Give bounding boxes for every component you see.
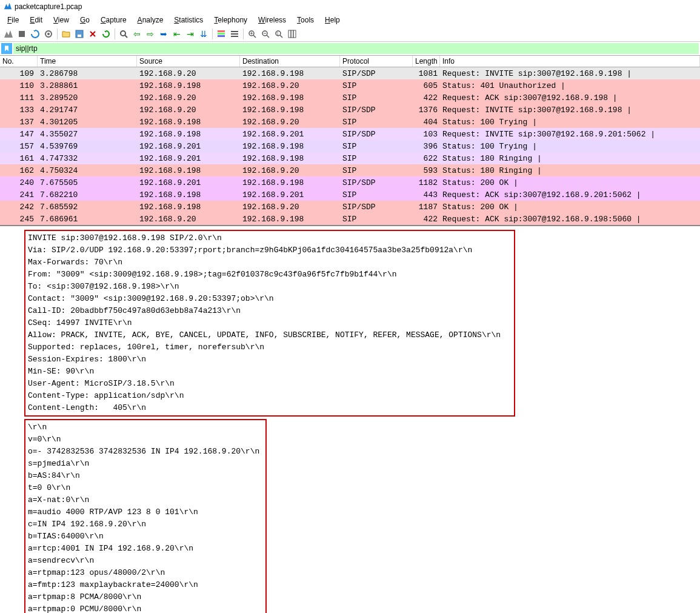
sip-header-line[interactable]: CSeq: 14997 INVITE\r\n <box>28 317 512 329</box>
display-filter-input[interactable] <box>13 43 699 54</box>
sdp-line[interactable]: c=IN IP4 192.168.9.20\r\n <box>28 518 263 531</box>
go-first-icon[interactable]: ⇤ <box>171 28 183 40</box>
menu-wireless[interactable]: Wireless <box>253 15 291 25</box>
sip-header-line[interactable]: Min-SE: 90\r\n <box>28 366 512 378</box>
sdp-line[interactable]: a=X-nat:0\r\n <box>28 494 263 506</box>
menu-telephony[interactable]: Telephony <box>209 15 252 25</box>
sip-header-line[interactable]: Max-Forwards: 70\r\n <box>28 256 512 269</box>
zoom-in-icon[interactable] <box>246 28 258 40</box>
cell-dst: 192.168.9.198 <box>240 178 340 187</box>
zoom-reset-icon[interactable]: 1 <box>273 28 285 40</box>
packet-row[interactable]: 1103.288861192.168.9.198192.168.9.20SIP6… <box>0 79 700 92</box>
menu-file[interactable]: File <box>2 15 24 25</box>
menu-go[interactable]: Go <box>75 15 95 25</box>
colorize-icon[interactable] <box>215 28 227 40</box>
menu-tools[interactable]: Tools <box>292 15 319 25</box>
cell-no: 157 <box>0 142 38 151</box>
col-header-destination[interactable]: Destination <box>240 56 340 67</box>
cell-len: 1187 <box>413 203 440 212</box>
sip-header-line[interactable]: Session-Expires: 1800\r\n <box>28 353 512 366</box>
col-header-time[interactable]: Time <box>38 56 137 67</box>
sip-header-line[interactable]: User-Agent: MicroSIP/3.18.5\r\n <box>28 378 512 390</box>
col-header-source[interactable]: Source <box>137 56 240 67</box>
sdp-line[interactable]: t=0 0\r\n <box>28 482 263 494</box>
sip-header-line[interactable]: To: <sip:3007@192.168.9.198>\r\n <box>28 281 512 293</box>
sip-header-line[interactable]: Allow: PRACK, INVITE, ACK, BYE, CANCEL, … <box>28 329 512 341</box>
menu-analyze[interactable]: Analyze <box>133 15 168 25</box>
stop-capture-icon[interactable] <box>16 28 28 40</box>
sip-header-line[interactable]: Content-Length: 405\r\n <box>28 402 512 414</box>
find-packet-icon[interactable] <box>118 28 130 40</box>
packet-details-pane[interactable]: INVITE sip:3007@192.168.9.198 SIP/2.0\r\… <box>0 225 700 613</box>
sdp-line[interactable]: a=rtpmap:0 PCMU/8000\r\n <box>28 603 263 613</box>
packet-row[interactable]: 1614.747332192.168.9.201192.168.9.198SIP… <box>0 152 700 164</box>
cell-proto: SIP <box>340 93 413 102</box>
cell-dst: 192.168.9.20 <box>240 118 340 127</box>
auto-scroll-icon[interactable]: ⇊ <box>198 28 210 40</box>
sdp-line[interactable]: v=0\r\n <box>28 434 263 446</box>
cell-src: 192.168.9.198 <box>137 130 240 139</box>
sip-header-line[interactable]: Call-ID: 20badbbf750c497a80d63ebb8a74a21… <box>28 305 512 317</box>
sdp-line[interactable]: \r\n <box>28 421 263 434</box>
col-header-info[interactable]: Info <box>440 56 700 67</box>
cell-len: 422 <box>413 215 440 224</box>
packet-row[interactable]: 1624.750324192.168.9.198192.168.9.20SIP5… <box>0 164 700 176</box>
sdp-line[interactable]: b=TIAS:64000\r\n <box>28 531 263 543</box>
col-header-no[interactable]: No. <box>0 56 38 67</box>
menu-view[interactable]: View <box>48 15 74 25</box>
menu-capture[interactable]: Capture <box>96 15 132 25</box>
col-header-protocol[interactable]: Protocol <box>340 56 413 67</box>
zoom-out-icon[interactable] <box>259 28 272 40</box>
packet-list[interactable]: 1093.286798192.168.9.20192.168.9.198SIP/… <box>0 67 700 225</box>
sip-header-line[interactable]: Content-Type: application/sdp\r\n <box>28 390 512 402</box>
auto-scroll-live-icon[interactable] <box>228 28 241 40</box>
sip-header-line[interactable]: INVITE sip:3007@192.168.9.198 SIP/2.0\r\… <box>28 232 512 244</box>
packet-row[interactable]: 2427.685592192.168.9.198192.168.9.20SIP/… <box>0 201 700 213</box>
go-last-icon[interactable]: ⇥ <box>184 28 196 40</box>
packet-row[interactable]: 1474.355027192.168.9.198192.168.9.201SIP… <box>0 128 700 140</box>
bookmark-filter-icon[interactable] <box>1 43 12 54</box>
restart-capture-icon[interactable] <box>29 28 41 40</box>
packet-row[interactable]: 2457.686961192.168.9.20192.168.9.198SIP4… <box>0 213 700 225</box>
sdp-line[interactable]: o=- 3742832536 3742832536 IN IP4 192.168… <box>28 446 263 458</box>
packet-row[interactable]: 1093.286798192.168.9.20192.168.9.198SIP/… <box>0 67 700 79</box>
resize-columns-icon[interactable] <box>286 28 298 40</box>
packet-row[interactable]: 1113.289520192.168.9.20192.168.9.198SIP4… <box>0 92 700 104</box>
packet-row[interactable]: 2417.682210192.168.9.198192.168.9.201SIP… <box>0 189 700 201</box>
packet-row[interactable]: 1374.301205192.168.9.198192.168.9.20SIP4… <box>0 116 700 128</box>
sdp-line[interactable]: a=rtpmap:8 PCMA/8000\r\n <box>28 591 263 603</box>
cell-time: 4.750324 <box>38 166 137 175</box>
packet-row[interactable]: 1574.539769192.168.9.201192.168.9.198SIP… <box>0 140 700 152</box>
sip-header-line[interactable]: Supported: replaces, 100rel, timer, nore… <box>28 341 512 353</box>
cell-time: 3.288861 <box>38 81 137 90</box>
main-toolbar: ⇦ ⇨ ➥ ⇤ ⇥ ⇊ 1 <box>0 27 700 42</box>
go-back-icon[interactable]: ⇦ <box>131 28 143 40</box>
sip-header-line[interactable]: From: "3009" <sip:3009@192.168.9.198>;ta… <box>28 269 512 281</box>
sdp-line[interactable]: a=fmtp:123 maxplaybackrate=24000\r\n <box>28 579 263 591</box>
sip-header-line[interactable]: Contact: "3009" <sip:3009@192.168.9.20:5… <box>28 293 512 305</box>
menu-statistics[interactable]: Statistics <box>169 15 208 25</box>
go-to-packet-icon[interactable]: ➥ <box>158 28 170 40</box>
cell-src: 192.168.9.198 <box>137 203 240 212</box>
capture-options-icon[interactable] <box>42 28 55 40</box>
close-file-icon[interactable] <box>87 28 99 40</box>
cell-time: 7.685592 <box>38 203 137 212</box>
sdp-line[interactable]: s=pjmedia\r\n <box>28 458 263 470</box>
menu-edit[interactable]: Edit <box>25 15 47 25</box>
sdp-line[interactable]: a=rtpmap:123 opus/48000/2\r\n <box>28 567 263 579</box>
save-file-icon[interactable] <box>73 28 85 40</box>
sip-header-line[interactable]: Via: SIP/2.0/UDP 192.168.9.20:53397;rpor… <box>28 244 512 256</box>
start-capture-icon[interactable] <box>2 28 15 40</box>
sdp-line[interactable]: a=sendrecv\r\n <box>28 555 263 567</box>
open-file-icon[interactable] <box>60 28 72 40</box>
packet-row[interactable]: 1334.291747192.168.9.20192.168.9.198SIP/… <box>0 104 700 116</box>
menu-help[interactable]: Help <box>320 15 345 25</box>
svg-point-5 <box>121 31 125 36</box>
col-header-length[interactable]: Length <box>413 56 440 67</box>
reload-file-icon[interactable] <box>100 28 112 40</box>
go-forward-icon[interactable]: ⇨ <box>144 28 156 40</box>
sdp-line[interactable]: b=AS:84\r\n <box>28 470 263 482</box>
packet-row[interactable]: 2407.675505192.168.9.201192.168.9.198SIP… <box>0 176 700 189</box>
sdp-line[interactable]: m=audio 4000 RTP/AVP 123 8 0 101\r\n <box>28 506 263 518</box>
sdp-line[interactable]: a=rtcp:4001 IN IP4 192.168.9.20\r\n <box>28 543 263 555</box>
